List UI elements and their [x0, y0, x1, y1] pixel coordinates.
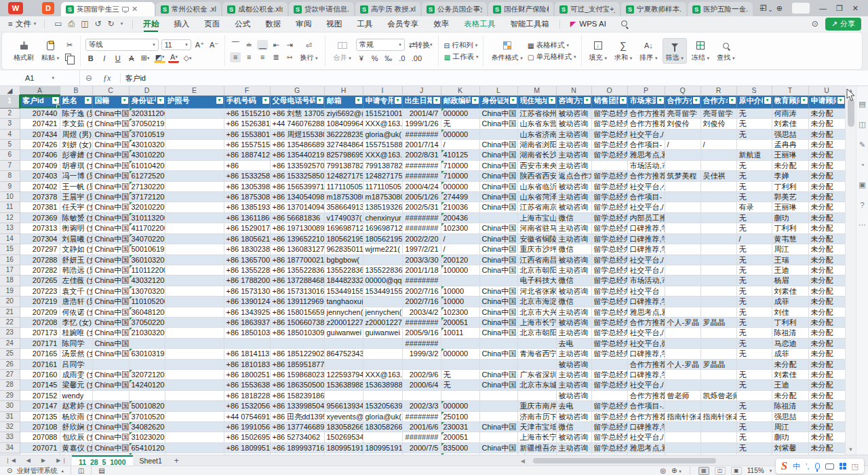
header-cell-K1[interactable]: 邮政编码▼: [441, 95, 479, 108]
cell-C7[interactable]: China中国: [92, 160, 129, 170]
cell-J7[interactable]: ########: [402, 160, 441, 170]
cell-U11[interactable]: 未分配: [808, 202, 845, 212]
cell-B19[interactable]: 袁文千 (女: [60, 286, 92, 296]
italic-button[interactable]: I: [99, 53, 110, 63]
cell-O18[interactable]: 留学总经办: [591, 276, 627, 286]
cell-K10[interactable]: 274499: [441, 192, 479, 202]
cell-S28[interactable]: 无: [736, 380, 772, 390]
cell-Q9[interactable]: [665, 181, 701, 191]
cell-D2[interactable]: 320311200104077915: [129, 108, 165, 118]
cell-F9[interactable]: +86 13053983: [224, 181, 270, 191]
cell-P24[interactable]: 社交平台,微: [627, 338, 665, 348]
cell-F11[interactable]: +86 13851932(: [224, 202, 270, 212]
cell-U13[interactable]: 未分配: [808, 223, 845, 233]
cell-F27[interactable]: +86 18002510·: [224, 369, 270, 379]
cell-H16[interactable]: bgbgbow(: [324, 254, 363, 265]
cell-J31[interactable]: ########: [402, 411, 441, 421]
cell-A30[interactable]: 207147: [20, 401, 60, 411]
cell-B3[interactable]: 李文茹 (女: [60, 119, 92, 129]
cell-D5[interactable]: 430103200107142529: [129, 140, 165, 150]
cell-A13[interactable]: 207313: [20, 223, 60, 233]
cell-B6[interactable]: 彭睿婧 (女: [60, 150, 92, 160]
cell-L8[interactable]: China中国: [479, 171, 517, 181]
cell-H12[interactable]: v1749037(: [324, 212, 363, 223]
cell-C19[interactable]: China中国: [92, 286, 129, 296]
cell-G8[interactable]: +86 1533258500(: [270, 171, 324, 181]
cell-O10[interactable]: 留学总经办: [591, 192, 627, 202]
cell-L7[interactable]: China中国: [479, 160, 517, 170]
cell-N24[interactable]: 去电: [556, 338, 591, 348]
status-outline-icon[interactable]: ▤: [98, 467, 104, 474]
cell-H22[interactable]: z20001227: [324, 317, 363, 327]
align-middle-button[interactable]: ≐: [243, 40, 254, 50]
cell-J11[interactable]: 2002/5/31: [402, 202, 441, 212]
cell-R24[interactable]: [701, 338, 736, 348]
cell-A24[interactable]: 207171: [20, 338, 60, 348]
cell-R5[interactable]: /: [701, 140, 736, 150]
cell-D13[interactable]: 411702200312270822: [129, 223, 165, 233]
cell-O8[interactable]: 留学总经办: [591, 171, 627, 181]
row-header-33[interactable]: 33: [0, 432, 20, 442]
cell-H14[interactable]: 180562195: [324, 233, 363, 244]
cell-L3[interactable]: China中国: [479, 119, 517, 129]
cell-R12[interactable]: [701, 212, 736, 223]
cell-N25[interactable]: 主动咨询: [556, 349, 591, 359]
cell-B4[interactable]: 周煜 (男): [60, 129, 92, 139]
cell-M10[interactable]: 山东省菏泽: [517, 192, 556, 202]
column-header-F[interactable]: F: [224, 86, 270, 95]
cell-G24[interactable]: [270, 338, 324, 348]
cell-G12[interactable]: +86 56681836: [270, 212, 324, 223]
cell-T32[interactable]: 周江: [772, 422, 808, 432]
cell-J26[interactable]: [402, 359, 441, 369]
cell-R9[interactable]: [701, 181, 736, 191]
cell-D29[interactable]: [129, 390, 165, 400]
cell-B29[interactable]: wendy: [60, 390, 92, 400]
cell-Q13[interactable]: [665, 223, 701, 233]
justify-button[interactable]: ≣: [271, 52, 281, 62]
menu-tab-智能工具箱[interactable]: 智能工具箱: [502, 18, 557, 31]
row-header-15[interactable]: 15: [0, 244, 20, 254]
redo-icon[interactable]: ↻: [108, 19, 115, 28]
cell-I24[interactable]: [363, 338, 402, 348]
cell-F15[interactable]: +86 18302388!: [224, 244, 270, 254]
column-header-J[interactable]: J: [402, 86, 441, 95]
cell-P21[interactable]: 雅思考点,雅: [627, 307, 665, 317]
cell-U28[interactable]: 未分配: [808, 380, 845, 390]
cell-R7[interactable]: [701, 160, 736, 170]
sum-button[interactable]: ∑ 求和 ▾: [612, 39, 635, 63]
cell-E12[interactable]: [165, 212, 224, 223]
cell-K26[interactable]: [441, 359, 479, 369]
cell-M17[interactable]: 北京市朝阳: [517, 265, 556, 275]
document-tab[interactable]: S医护五险一金.xlsx: [688, 2, 753, 16]
clear-format-button[interactable]: ◇▾: [182, 53, 193, 63]
cell-P22[interactable]: 合作方推荐: [627, 317, 665, 327]
document-tab[interactable]: S国任财产保险样本.x: [488, 2, 553, 16]
cell-T28[interactable]: 王迪: [772, 380, 808, 390]
cell-J6[interactable]: 2002/8/31: [402, 150, 441, 160]
cell-G11[interactable]: +86 1370140948·: [270, 202, 324, 212]
row-header-22[interactable]: 22: [0, 317, 20, 327]
cell-J2[interactable]: 2001/4/7: [402, 108, 441, 118]
cell-P16[interactable]: 社交平台,/: [627, 254, 665, 265]
row-header-3[interactable]: 3: [0, 119, 20, 129]
cell-D15[interactable]: 500106199702210321: [129, 244, 165, 254]
cell-R3[interactable]: 刘俊伶: [701, 119, 736, 129]
cell-K9[interactable]: 000000: [441, 181, 479, 191]
cell-K17[interactable]: 100000: [441, 265, 479, 275]
cell-U3[interactable]: 未分配: [808, 119, 845, 129]
menu-tab-插入[interactable]: 插入: [166, 18, 197, 31]
cell-A9[interactable]: 207402: [20, 181, 60, 191]
row-header-24[interactable]: 24: [0, 338, 20, 348]
font-name-select[interactable]: 等线▾: [85, 39, 159, 51]
cell-K14[interactable]: /: [441, 233, 479, 244]
cell-P10[interactable]: 合作项目-: [627, 192, 665, 202]
cell-P11[interactable]: 社交平台,/: [627, 202, 665, 212]
row-header-1[interactable]: 1: [0, 95, 20, 108]
cell-I26[interactable]: [363, 359, 402, 369]
sheet-nav-last-icon[interactable]: ▶❘: [51, 457, 72, 463]
print-icon[interactable]: ⎙: [68, 19, 75, 28]
cell-G18[interactable]: +86 1372884680: [270, 276, 324, 286]
cell-E34[interactable]: [165, 442, 224, 453]
document-tab[interactable]: S高学历 教授.xlsx: [355, 2, 420, 16]
menu-tab-视图[interactable]: 视图: [319, 18, 349, 31]
